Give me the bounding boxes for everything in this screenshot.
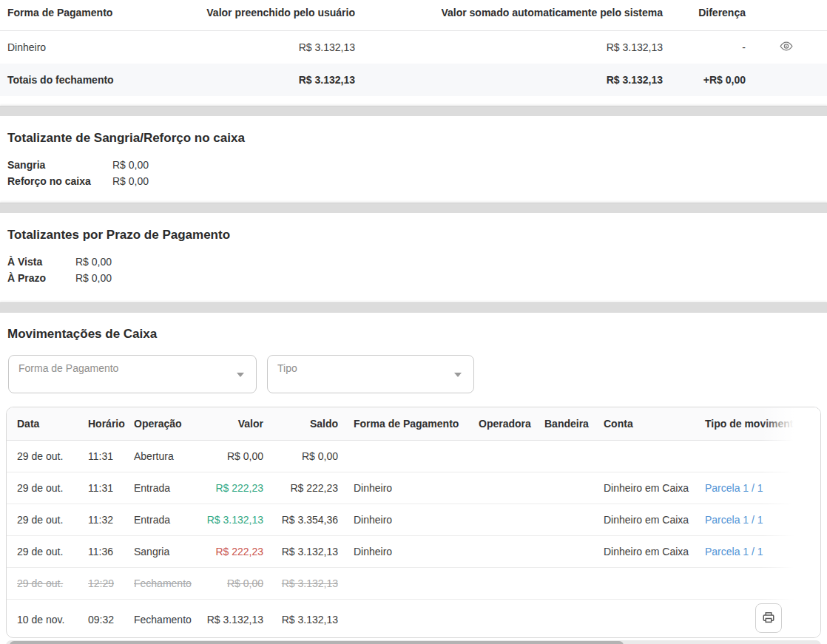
- col-header-operacao: Operação: [128, 407, 195, 441]
- cell-time: 11:36: [82, 536, 128, 568]
- cell-operation: Fechamento: [128, 568, 195, 600]
- cell-brand: [539, 600, 598, 639]
- view-details-button[interactable]: [777, 39, 795, 55]
- a-vista-label: À Vista: [7, 254, 75, 270]
- cell-brand: [539, 472, 598, 504]
- cell-payment-method: [344, 568, 473, 600]
- cell-payment-method: [344, 600, 473, 639]
- cell-operator: [473, 441, 539, 472]
- cell-time: 09:32: [82, 600, 128, 639]
- cell-operator: [473, 568, 539, 600]
- totals-system-value: R$ 3.132,13: [355, 74, 663, 86]
- totals-label: Totais do fechamento: [0, 74, 200, 86]
- header-valor-somado: Valor somado automaticamente pelo sistem…: [355, 7, 663, 18]
- totals-user-value: R$ 3.132,13: [200, 74, 355, 86]
- reforco-value: R$ 0,00: [112, 173, 149, 189]
- type-filter-select[interactable]: Tipo: [267, 355, 474, 393]
- cell-balance: R$ 3.132,13: [269, 536, 344, 568]
- section-divider: [0, 302, 827, 313]
- cell-payment-method: [344, 441, 473, 472]
- movements-header-row: Data Horário Operação Valor Saldo Forma …: [7, 407, 821, 441]
- col-header-valor: Valor: [195, 407, 269, 441]
- payment-method-label: Dinheiro: [0, 41, 200, 53]
- a-prazo-value: R$ 0,00: [75, 270, 112, 286]
- cell-payment-method: Dinheiro: [344, 504, 473, 536]
- cell-date: 10 de nov.: [7, 600, 82, 639]
- table-row: 10 de nov. 09:32 Fechamento R$ 3.132,13 …: [7, 600, 821, 639]
- cell-date: 29 de out.: [7, 504, 82, 536]
- cell-balance: R$ 222,23: [269, 472, 344, 504]
- parcela-link[interactable]: Parcela 1 / 1: [705, 546, 763, 557]
- table-row-cancelled: 29 de out. 12:29 Fechamento R$ 0,00 R$ 3…: [7, 568, 821, 600]
- cell-payment-method: Dinheiro: [344, 536, 473, 568]
- cell-balance: R$ 3.354,36: [269, 504, 344, 536]
- chevron-down-icon: [454, 373, 462, 377]
- cell-payment-method: Dinheiro: [344, 472, 473, 504]
- cell-operation: Sangria: [128, 536, 195, 568]
- parcela-link[interactable]: Parcela 1 / 1: [705, 514, 763, 526]
- print-button[interactable]: [755, 603, 782, 633]
- cell-operator: [473, 472, 539, 504]
- cell-account: Dinheiro em Caixa: [598, 536, 699, 568]
- col-header-data: Data: [7, 407, 82, 441]
- cell-brand: [539, 568, 598, 600]
- cell-operator: [473, 600, 539, 639]
- col-header-saldo: Saldo: [269, 407, 344, 441]
- a-prazo-row: À Prazo R$ 0,00: [7, 270, 820, 286]
- movimentacoes-section: Movimentações de Caixa Forma de Pagament…: [0, 313, 827, 644]
- header-valor-preenchido: Valor preenchido pelo usuário: [200, 7, 355, 18]
- movements-table: Data Horário Operação Valor Saldo Forma …: [7, 407, 821, 638]
- cell-value: R$ 3.132,13: [195, 600, 269, 639]
- cell-operation: Fechamento: [128, 600, 195, 639]
- table-row: 29 de out. 11:32 Entrada R$ 3.132,13 R$ …: [7, 504, 821, 536]
- cell-operator: [473, 504, 539, 536]
- col-header-tipo-movimentacao: Tipo de movimentação: [699, 407, 821, 441]
- table-row: 29 de out. 11:31 Abertura R$ 0,00 R$ 0,0…: [7, 441, 821, 472]
- sangria-label: Sangria: [7, 157, 112, 173]
- cell-operator: [473, 536, 539, 568]
- cell-time: 11:32: [82, 504, 128, 536]
- cell-value: R$ 0,00: [195, 441, 269, 472]
- chevron-down-icon: [237, 373, 244, 377]
- header-diferenca: Diferença: [663, 7, 746, 18]
- parcela-link[interactable]: Parcela 1 / 1: [705, 482, 763, 494]
- a-vista-row: À Vista R$ 0,00: [7, 254, 820, 270]
- cell-balance: R$ 0,00: [269, 441, 344, 472]
- cell-time: 11:31: [82, 472, 128, 504]
- cell-balance: R$ 3.132,13: [269, 600, 344, 639]
- reforco-label: Reforço no caixa: [7, 173, 112, 189]
- cell-movement-type: Parcela 1 / 1: [699, 504, 821, 536]
- closing-summary-table: Forma de Pagamento Valor preenchido pelo…: [0, 0, 827, 96]
- cell-brand: [539, 441, 598, 472]
- cell-value: R$ 222,23: [195, 472, 269, 504]
- cell-time: 12:29: [82, 568, 128, 600]
- eye-icon: [779, 41, 794, 54]
- cell-operation: Abertura: [128, 441, 195, 472]
- col-header-horario: Horário: [82, 407, 128, 441]
- col-header-forma-pagamento: Forma de Pagamento: [344, 407, 473, 441]
- totals-difference: +R$ 0,00: [663, 74, 746, 86]
- horizontal-scrollbar-track[interactable]: [6, 640, 821, 644]
- cell-movement-type: Parcela 1 / 1: [699, 472, 821, 504]
- user-value: R$ 3.132,13: [200, 41, 355, 53]
- header-forma-de-pagamento: Forma de Pagamento: [0, 7, 200, 18]
- a-prazo-label: À Prazo: [7, 270, 75, 286]
- table-row: 29 de out. 11:31 Entrada R$ 222,23 R$ 22…: [7, 472, 821, 504]
- payment-method-filter-select[interactable]: Forma de Pagamento: [8, 355, 257, 393]
- prazo-section-title: Totalizantes por Prazo de Pagamento: [7, 228, 820, 243]
- system-value: R$ 3.132,13: [355, 41, 663, 53]
- cell-time: 11:31: [82, 441, 128, 472]
- cell-brand: [539, 504, 598, 536]
- sangria-row: Sangria R$ 0,00: [7, 157, 820, 173]
- reforco-row: Reforço no caixa R$ 0,00: [7, 173, 820, 189]
- cell-account: Dinheiro em Caixa: [598, 472, 699, 504]
- cell-value: R$ 0,00: [195, 568, 269, 600]
- cell-account: [598, 600, 699, 639]
- cell-value: R$ 3.132,13: [195, 504, 269, 536]
- a-vista-value: R$ 0,00: [75, 254, 112, 270]
- cell-movement-type: [699, 441, 821, 472]
- cell-date: 29 de out.: [7, 536, 82, 568]
- cell-brand: [539, 536, 598, 568]
- sangria-value: R$ 0,00: [112, 157, 149, 173]
- horizontal-scrollbar-thumb[interactable]: [10, 641, 624, 644]
